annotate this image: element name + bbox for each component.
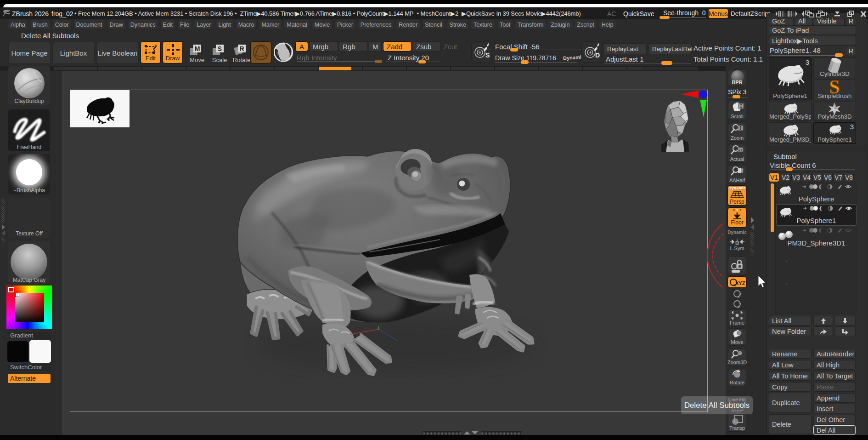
- svg-text:Y: Y: [738, 293, 742, 298]
- svg-text:S: S: [485, 51, 490, 59]
- svg-text:M: M: [195, 45, 200, 52]
- svg-text:R: R: [239, 45, 244, 52]
- svg-text:D: D: [595, 51, 600, 59]
- svg-text:S: S: [218, 45, 222, 52]
- svg-text:XYZ: XYZ: [735, 280, 745, 286]
- svg-text:x1: x1: [738, 148, 743, 152]
- svg-text:Z: Z: [738, 303, 741, 308]
